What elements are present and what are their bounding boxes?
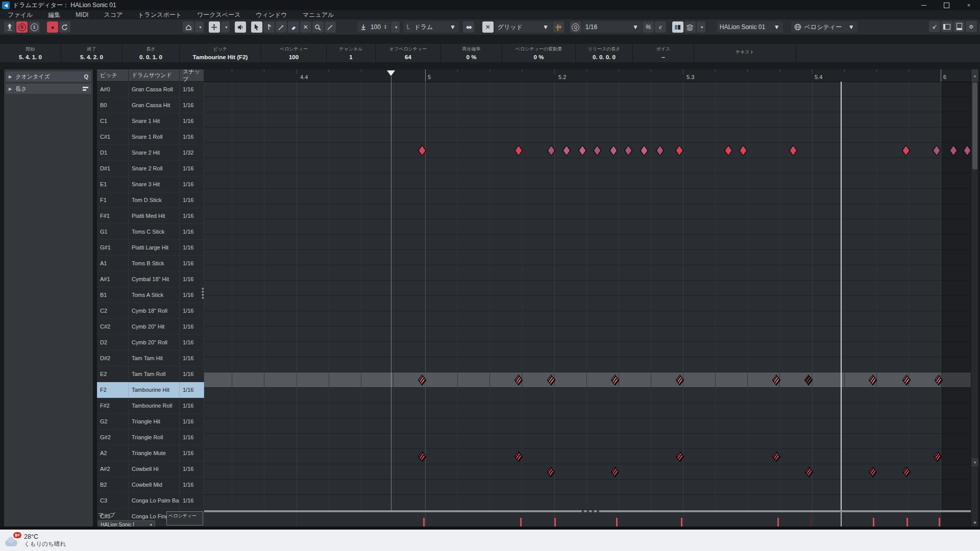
- relative-grid-icon[interactable]: -|+: [553, 21, 564, 33]
- grid-lane-F2[interactable]: [204, 372, 971, 388]
- grid-lane-D#1[interactable]: [204, 158, 971, 173]
- controller-selector[interactable]: ベロシティー: [166, 511, 203, 525]
- grid-lane-C1[interactable]: [204, 112, 971, 128]
- insert-velocity-field[interactable]: 100▲▼: [357, 21, 390, 33]
- info-チャンネル[interactable]: チャンネル1: [327, 44, 376, 62]
- info-オフベロシティー[interactable]: オフベロシティー64: [376, 44, 441, 62]
- info-ベロシティーの変動量[interactable]: ベロシティーの変動量0 %: [502, 44, 576, 62]
- grid-lane-F#2[interactable]: [204, 388, 971, 403]
- grid-lane-A#2[interactable]: [204, 449, 971, 464]
- eraser-tool-icon[interactable]: [288, 21, 299, 33]
- velocity-bar[interactable]: [939, 518, 940, 527]
- drumstick-tool-icon[interactable]: [263, 21, 275, 33]
- open-in-lower-zone-icon[interactable]: ↙: [929, 21, 940, 32]
- drum-row-E1[interactable]: E1Snare 3 Hit1/16: [97, 177, 204, 192]
- velocity-bar[interactable]: [681, 518, 682, 527]
- grid-lane-G#1[interactable]: [204, 235, 971, 250]
- acoustic-feedback-icon[interactable]: [59, 21, 70, 33]
- grid-lane-E2[interactable]: [204, 357, 971, 372]
- left-panel-section-quantize-icon[interactable]: ▶クオンタイズQ: [6, 71, 91, 82]
- info-ボイス[interactable]: ボイス–: [633, 44, 694, 62]
- solo-editor-button[interactable]: S: [16, 21, 28, 33]
- pin-editor-icon[interactable]: [4, 21, 15, 33]
- setup-toolbar-button[interactable]: ⚙: [966, 21, 977, 32]
- grid-lane-D#2[interactable]: [204, 342, 971, 357]
- grid-lane-G1[interactable]: [204, 219, 971, 235]
- insert-velocity-dropdown-icon[interactable]: ▼: [391, 21, 400, 33]
- drum-row-F1[interactable]: F1Tom D Stick1/16: [97, 192, 204, 208]
- drum-row-C#1[interactable]: C#1Snare 1 Roll1/16: [97, 129, 204, 145]
- drum-row-A#2[interactable]: A#2Cowbell Hi1/16: [97, 461, 204, 477]
- grid-lane-B0[interactable]: [204, 97, 971, 112]
- velocity-bar[interactable]: [520, 518, 522, 527]
- info-テキスト[interactable]: テキスト: [694, 44, 796, 62]
- info-再生確率[interactable]: 再生確率0 %: [441, 44, 502, 62]
- grid-lane-A#1[interactable]: [204, 265, 971, 281]
- drum-row-C1[interactable]: C1Snare 1 Hit1/16: [97, 113, 204, 129]
- quantize-preset-select[interactable]: 1/16▼: [582, 21, 642, 33]
- expand-triangle-icon[interactable]: ▶: [9, 87, 12, 91]
- menu-item-トランスポート[interactable]: トランスポート: [130, 10, 189, 19]
- info-ベロシティー[interactable]: ベロシティー100: [261, 44, 327, 62]
- drum-row-B2[interactable]: B2Cowbell Mid1/16: [97, 477, 204, 493]
- menu-item-ファイル[interactable]: ファイル: [0, 10, 40, 19]
- snap-type-select[interactable]: グリッド▼: [495, 21, 552, 33]
- menu-item-ウィンドウ[interactable]: ウィンドウ: [248, 10, 295, 19]
- drum-row-D#1[interactable]: D#1Snare 2 Roll1/16: [97, 161, 204, 177]
- info-長さ[interactable]: 長さ0. 0. 1. 0: [122, 44, 180, 62]
- snap-on-off-button[interactable]: ✕: [482, 21, 494, 33]
- weather-widget[interactable]: 9+ 28°C くもりのち晴れ: [5, 533, 66, 548]
- menu-item-編集[interactable]: 編集: [40, 10, 68, 19]
- info-終了[interactable]: 終了5. 4. 2. 0: [61, 44, 122, 62]
- color-dropdown-icon[interactable]: ▼: [697, 21, 705, 33]
- color-scheme-icon[interactable]: [684, 21, 696, 33]
- velocity-bar[interactable]: [873, 518, 874, 527]
- scroll-down-icon[interactable]: ▼: [971, 458, 978, 466]
- grid-lane-A#0[interactable]: [204, 82, 971, 97]
- grid-lane-F1[interactable]: [204, 189, 971, 204]
- menu-item-マニュアル[interactable]: マニュアル: [295, 10, 341, 19]
- drum-row-A2[interactable]: A2Triangle Mute1/16: [97, 445, 204, 461]
- maximize-button[interactable]: [935, 0, 958, 10]
- list-header-スナップ[interactable]: スナップ: [180, 69, 204, 82]
- note-grid[interactable]: 4.455.25.35.46: [204, 69, 971, 527]
- drum-row-A1[interactable]: A1Toms B Stick1/16: [97, 256, 204, 271]
- zoom-in-vertical-button[interactable]: +: [971, 519, 978, 525]
- drum-row-D1[interactable]: D1Snare 2 Hit1/32: [97, 145, 204, 161]
- velocity-bar[interactable]: [616, 518, 618, 527]
- grid-lane-C#3[interactable]: [204, 495, 971, 510]
- iterative-quantize-icon[interactable]: %: [643, 21, 654, 33]
- show-note-length-icon[interactable]: ◆◆: [463, 21, 474, 33]
- drum-row-F2[interactable]: F2Tambourine Hit1/16: [97, 382, 204, 398]
- drum-row-D#2[interactable]: D#2Tam Tam Hit1/16: [97, 350, 204, 366]
- drum-row-G2[interactable]: G2Triangle Hit1/16: [97, 414, 204, 430]
- grid-lane-C#1[interactable]: [204, 128, 971, 143]
- grid-lane-D1[interactable]: [204, 143, 971, 158]
- output-track-select[interactable]: HALion Sonic 01▼: [717, 21, 783, 33]
- grid-lane-F#1[interactable]: [204, 204, 971, 219]
- note-lanes[interactable]: [204, 82, 971, 510]
- info-リリースの長さ[interactable]: リリースの長さ0. 0. 0. 0: [576, 44, 633, 62]
- show-lower-zone-button[interactable]: [953, 21, 965, 32]
- auto-scroll-button[interactable]: [209, 21, 220, 33]
- drum-row-C#2[interactable]: C#2Cymb 20" Hit1/16: [97, 319, 204, 335]
- velocity-bar[interactable]: [906, 518, 908, 527]
- drum-row-A#1[interactable]: A#1Cymbal 18" Hit1/16: [97, 271, 204, 287]
- workspace-dropdown-icon[interactable]: ▼: [195, 21, 204, 33]
- insert-length-field[interactable]: Lドラム▼: [404, 21, 459, 33]
- menu-item-ワークスペース[interactable]: ワークスペース: [189, 10, 248, 19]
- drum-row-A#0[interactable]: A#0Gran Cassa Roll1/16: [97, 82, 204, 97]
- line-tool-icon[interactable]: [325, 21, 336, 33]
- drum-row-F#2[interactable]: F#2Tambourine Roll1/16: [97, 398, 204, 414]
- list-header-ドラムサウンド[interactable]: ドラムサウンド: [129, 69, 180, 82]
- drum-row-C3[interactable]: C3Conga Lo Palm Bass1/16: [97, 493, 204, 509]
- grid-lane-A1[interactable]: [204, 250, 971, 265]
- quantize-icon[interactable]: Q: [570, 21, 581, 33]
- velocity-bar[interactable]: [777, 518, 779, 527]
- list-resize-handle[interactable]: ⦁⦁⦁⦁: [202, 287, 204, 299]
- velocity-bar[interactable]: [810, 518, 812, 527]
- grid-lane-E1[interactable]: [204, 173, 971, 189]
- drum-row-D2[interactable]: D2Cymb 20" Roll1/16: [97, 335, 204, 350]
- grid-lane-G#2[interactable]: [204, 418, 971, 434]
- playhead-marker[interactable]: [387, 70, 395, 76]
